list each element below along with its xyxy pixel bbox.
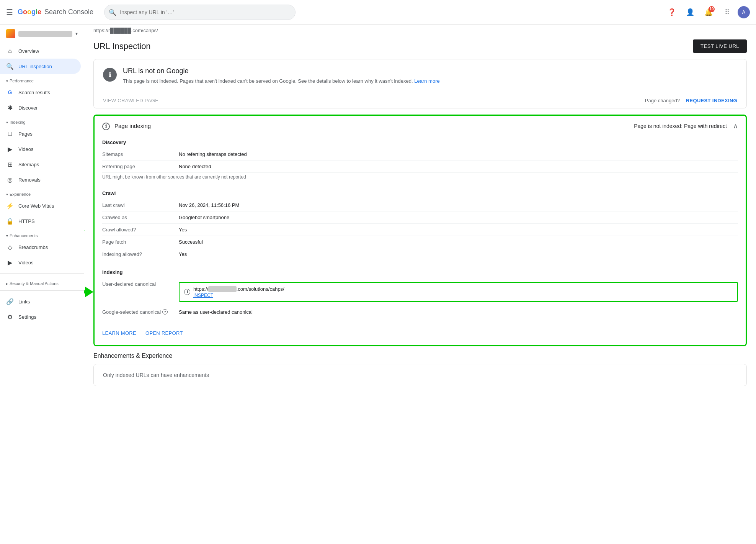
- sidebar-item-label: Discover: [18, 105, 38, 111]
- links-icon: 🔗: [6, 298, 14, 305]
- crawled-as-value: Googlebot smartphone: [179, 215, 738, 220]
- sidebar-item-label: Breadcrumbs: [18, 244, 48, 250]
- test-live-url-button[interactable]: TEST LIVE URL: [693, 39, 747, 53]
- notification-icon[interactable]: 🔔 10: [701, 5, 716, 20]
- sidebar-item-settings[interactable]: ⚙ Settings: [0, 309, 81, 324]
- https-icon: 🔒: [6, 217, 14, 225]
- action-links: LEARN MORE OPEN REPORT: [102, 324, 738, 338]
- discovery-title: Discovery: [102, 136, 738, 145]
- request-indexing-button[interactable]: REQUEST INDEXING: [686, 98, 737, 103]
- section-label: Enhancements: [10, 233, 38, 238]
- sidebar-item-core-web-vitals[interactable]: ⚡ Core Web Vitals: [0, 198, 81, 213]
- sidebar-item-links[interactable]: 🔗 Links: [0, 294, 81, 309]
- learn-more-link[interactable]: Learn more: [414, 78, 439, 84]
- sidebar-item-https[interactable]: 🔒 HTTPS: [0, 213, 81, 229]
- help-icon[interactable]: ❓: [664, 5, 679, 20]
- google-canonical-row: Google-selected canonical ? Same as user…: [102, 306, 738, 318]
- arrow-tip-2: [85, 287, 93, 297]
- sidebar-item-removals[interactable]: ◎ Removals: [0, 172, 81, 187]
- sitemaps-value: No referring sitemaps detected: [179, 151, 738, 157]
- arrow-left-2: [84, 287, 93, 297]
- breadcrumb: https://r██████.com/cahps/: [84, 25, 756, 33]
- sidebar-item-sitemaps[interactable]: ⊞ Sitemaps: [0, 157, 81, 172]
- experience-section[interactable]: ▾ Experience: [0, 187, 84, 198]
- crawled-as-label: Crawled as: [102, 215, 179, 220]
- collapse-icon[interactable]: ∧: [733, 122, 738, 130]
- enhancements-section[interactable]: ▾ Enhancements: [0, 229, 84, 239]
- page-indexing-header[interactable]: ℹ Page indexing Page is not indexed: Pag…: [95, 116, 746, 136]
- sidebar-item-search-results[interactable]: G Search results: [0, 85, 81, 100]
- canonical-info-icon: ℹ: [184, 289, 190, 295]
- page-changed-label: Page changed?: [645, 98, 680, 103]
- discovery-note: URL might be known from other sources th…: [102, 173, 738, 181]
- sitemaps-label: Sitemaps: [102, 151, 179, 157]
- learn-more-button[interactable]: LEARN MORE: [102, 330, 136, 336]
- crawled-as-row: Crawled as Googlebot smartphone: [102, 211, 738, 224]
- inspect-icon: 🔍: [6, 62, 14, 70]
- menu-icon[interactable]: ☰: [6, 8, 13, 17]
- indexing-group-title: Indexing: [102, 266, 738, 275]
- enhancements-section: Enhancements & Experience Only indexed U…: [93, 352, 747, 386]
- open-report-button[interactable]: OPEN REPORT: [145, 330, 183, 336]
- section-label: Performance: [10, 79, 34, 83]
- canonical-box-wrapper: ℹ https://████████.com/solutions/cahps/ …: [179, 281, 738, 303]
- sidebar-item-pages[interactable]: □ Pages: [0, 126, 81, 141]
- referring-label: Referring page: [102, 164, 179, 169]
- sidebar-item-discover[interactable]: ✱ Discover: [0, 100, 81, 115]
- apps-icon[interactable]: ⠿: [719, 5, 735, 20]
- chevron-icon: ▾: [6, 234, 8, 238]
- sidebar-item-label: Search results: [18, 90, 50, 95]
- sidebar-item-label: Links: [18, 299, 30, 305]
- sidebar-item-overview[interactable]: ⌂ Overview: [0, 43, 81, 59]
- avatar[interactable]: A: [738, 6, 750, 18]
- sidebar-item-videos-enh[interactable]: ▶ Videos: [0, 255, 81, 270]
- arrow-tip: [84, 225, 85, 236]
- section-label: Security & Manual Actions: [10, 281, 59, 286]
- status-description: This page is not indexed. Pages that are…: [123, 77, 440, 85]
- page-indexing-section: ℹ Page indexing Page is not indexed: Pag…: [93, 115, 747, 346]
- crawl-group: Crawl Last crawl Nov 26, 2024, 11:56:16 …: [102, 187, 738, 260]
- last-crawl-value: Nov 26, 2024, 11:56:16 PM: [179, 202, 738, 208]
- google-canonical-value: Same as user-declared canonical: [179, 309, 738, 315]
- search-input[interactable]: [104, 5, 296, 20]
- section-label: Experience: [10, 192, 31, 197]
- sidebar-item-url-inspection[interactable]: 🔍 URL inspection: [0, 59, 81, 74]
- removals-icon: ◎: [6, 176, 14, 184]
- inspect-link[interactable]: INSPECT: [193, 293, 284, 298]
- account-icon[interactable]: 👤: [683, 5, 698, 20]
- enhancements-card: Only indexed URLs can have enhancements: [93, 364, 747, 386]
- indexing-section[interactable]: ▾ Indexing: [0, 115, 84, 126]
- home-icon: ⌂: [6, 47, 14, 55]
- canonical-content: https://████████.com/solutions/cahps/ IN…: [193, 286, 284, 298]
- indexing-allowed-label: Indexing allowed?: [102, 251, 179, 257]
- last-crawl-row: Last crawl Nov 26, 2024, 11:56:16 PM: [102, 199, 738, 211]
- pages-icon: □: [6, 130, 14, 138]
- divider: [0, 273, 84, 274]
- last-crawl-label: Last crawl: [102, 202, 179, 208]
- page-fetch-label: Page fetch: [102, 239, 179, 245]
- notification-badge: 10: [709, 6, 715, 12]
- indexing-allowed-value: Yes: [179, 251, 738, 257]
- search-bar[interactable]: 🔍: [104, 5, 296, 20]
- sidebar: ██████████████ ▾ ⌂ Overview 🔍 URL inspec…: [0, 25, 84, 544]
- security-section[interactable]: ▸ Security & Manual Actions: [0, 277, 84, 287]
- performance-section[interactable]: ▾ Performance: [0, 74, 84, 85]
- property-selector[interactable]: ██████████████ ▾: [0, 25, 84, 43]
- arrow-left: [84, 225, 85, 236]
- sidebar-item-videos[interactable]: ▶ Videos: [0, 141, 81, 157]
- section-info-icon: ℹ: [102, 123, 110, 130]
- chevron-icon: ▾: [6, 120, 8, 125]
- referring-value: None detected: [179, 164, 738, 169]
- enhancements-card-text: Only indexed URLs can have enhancements: [103, 372, 209, 378]
- user-canonical-label: User-declared canonical: [102, 281, 179, 287]
- search-icon: 🔍: [109, 8, 116, 16]
- view-crawled-button[interactable]: VIEW CRAWLED PAGE: [103, 98, 158, 103]
- chevron-down-icon: ▾: [75, 31, 78, 36]
- page-indexing-status: Page is not indexed: Page with redirect: [634, 123, 727, 129]
- chevron-icon: ▾: [6, 192, 8, 197]
- videos-icon: ▶: [6, 145, 14, 153]
- sidebar-item-breadcrumbs[interactable]: ◇ Breadcrumbs: [0, 239, 81, 255]
- sidebar-item-label: Settings: [18, 314, 36, 320]
- page-fetch-value: Successful: [179, 239, 738, 245]
- search-results-icon: G: [6, 88, 14, 96]
